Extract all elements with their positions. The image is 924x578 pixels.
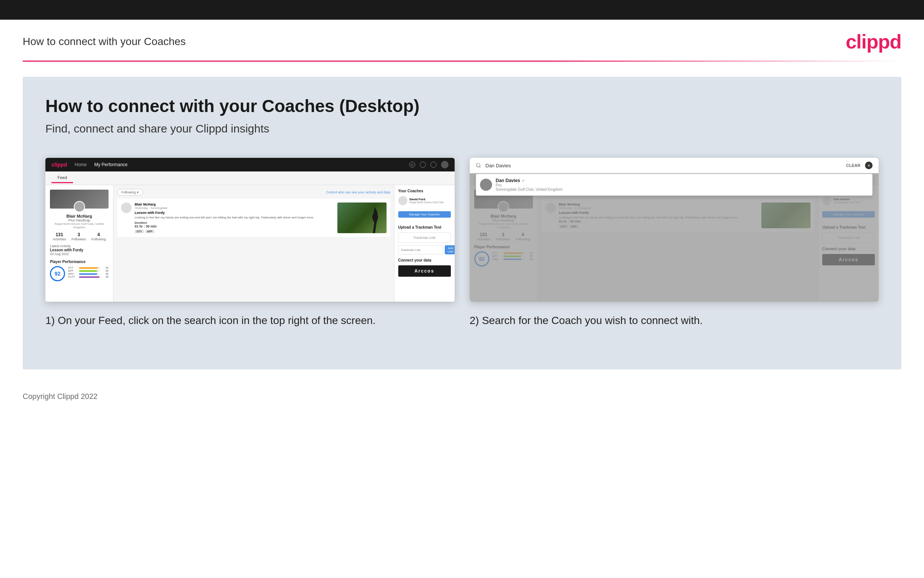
top-bar [0,0,924,19]
main-title: How to connect with your Coaches (Deskto… [45,96,879,116]
copyright: Copyright Clippd 2022 [23,392,97,401]
nav-icons-1 [409,161,448,169]
latest-activity-1: Latest Activity Lesson with Fordy 03 Aug… [50,244,108,256]
result-info: Dan Davies ✓ Pro Sunningdale Golf Club, … [496,178,869,192]
following-button-1[interactable]: Following ▾ [117,189,143,196]
lesson-tags-1: OTT APP [135,230,334,233]
screenshot-block-1: clippd Home My Performance Feed [45,158,455,328]
footer: Copyright Clippd 2022 [0,385,924,408]
trackman-input-1[interactable]: Trackman Link [398,232,451,243]
golfer-silhouette [367,207,383,233]
stat-following: 4 Following [92,232,106,241]
header-divider [23,60,901,62]
upload-section-1: Upload a Trackman Test Trackman Link Add… [398,225,451,254]
coach-item-1: David Ford Royal North Devon Golf Club [398,196,451,205]
right-panel-1: Your Coaches David Ford Royal North Devo… [394,185,455,302]
page-title: How to connect with your Coaches [23,36,186,48]
screenshot-block-2: clippd Home My Performance Feed [470,158,879,328]
connect-section-1: Connect your data Arccos [398,258,451,277]
add-link-button[interactable]: Add Link [445,245,455,254]
search-icon-overlay [476,163,481,168]
search-result-dropdown: Dan Davies ✓ Pro Sunningdale Golf Club, … [476,174,873,196]
step-2-text: 2) Search for the Coach you wish to conn… [470,313,879,328]
clippd-logo: clippd [846,30,901,53]
mock-frame-1: clippd Home My Performance Feed [45,158,455,302]
nav-performance-1: My Performance [94,162,128,167]
manage-coaches-button-1[interactable]: Manage Your Coaches [398,211,451,218]
mock-frame-2: clippd Home My Performance Feed [470,158,879,302]
feed-tab-1[interactable]: Feed [52,173,73,183]
main-subtitle: Find, connect and share your Clippd insi… [45,122,879,135]
search-input-mock[interactable]: Dan Davies [485,163,842,169]
user-avatar-1 [74,201,85,212]
score-circle-1: 92 [50,266,65,281]
stat-followers: 3 Followers [71,232,86,241]
main-content: How to connect with your Coaches (Deskto… [23,77,901,369]
perf-bars-1: OTT 90 APP 85 [68,266,108,279]
left-panel-1: Blair McHarg Plus Handicap Royal North D… [45,185,113,302]
verified-icon: ✓ [521,178,525,183]
user-stats-1: 131 Activities 3 Followers 4 Following [50,232,108,241]
screenshots-row: clippd Home My Performance Feed [45,158,879,328]
result-avatar [480,179,492,191]
lesson-avatar-1 [121,203,132,213]
frame-body-1: Blair McHarg Plus Handicap Royal North D… [45,185,455,302]
follow-row-1: Following ▾ Control who can see your act… [117,189,390,196]
user-cover-1 [50,190,108,209]
header: How to connect with your Coaches clippd [0,19,924,60]
user-hcp-1: Plus Handicap [50,218,108,222]
frame-nav-1: clippd Home My Performance [45,158,455,172]
svg-line-1 [479,167,481,168]
user-club-1: Royal North Devon Golf Club, United King… [50,222,108,229]
lesson-info-1: Blair McHarg Yesterday · Sunningdale Les… [135,203,334,233]
nav-home-1: Home [74,162,87,167]
user-name-1: Blair McHarg [50,214,108,218]
step-1-text: 1) On your Feed, click on the search ico… [45,313,455,328]
search-result-item[interactable]: Dan Davies ✓ Pro Sunningdale Golf Club, … [480,178,869,192]
mid-panel-1: Following ▾ Control who can see your act… [113,185,394,302]
clear-button[interactable]: CLEAR [846,163,861,168]
stat-activities: 131 Activities [53,232,66,241]
trackman-link-input[interactable] [398,245,443,254]
svg-point-0 [476,164,480,167]
lesson-card-1: Blair McHarg Yesterday · Sunningdale Les… [117,199,390,237]
search-bar-overlay: Dan Davies CLEAR ✕ [470,158,879,174]
coach-avatar-1 [398,196,407,205]
perf-section-1: Player Performance 92 OTT 90 [50,260,108,281]
lesson-image-1 [337,203,387,233]
user-info-1: Blair McHarg Plus Handicap Royal North D… [50,214,108,229]
arccos-logo: Arccos [398,265,451,277]
frame-logo-1: clippd [52,162,67,168]
close-search-button[interactable]: ✕ [865,162,872,169]
coach-info-1: David Ford Royal North Devon Golf Club [409,198,451,204]
